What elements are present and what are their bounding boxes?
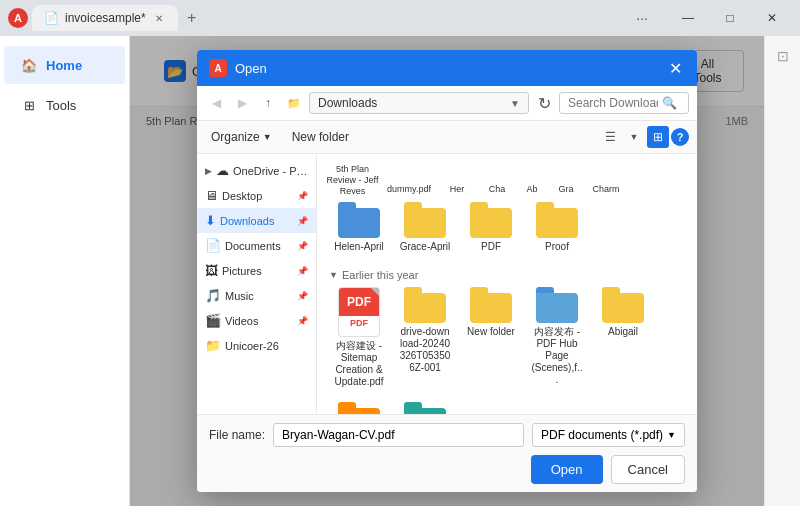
tree-item-onedrive[interactable]: ▶ ☁ OneDrive - Perso [197, 158, 316, 183]
help-button[interactable]: ? [671, 128, 689, 146]
new-tab-button[interactable]: + [180, 6, 204, 30]
search-bar[interactable]: 🔍 [559, 92, 689, 114]
filetype-select[interactable]: PDF documents (*.pdf) ▼ [532, 423, 685, 447]
browser-chrome: A 📄 invoicesample* ✕ + ··· — □ ✕ [0, 0, 800, 36]
file-neirong-label: 内容建设 - Sitemap Creation & Update.pdf [333, 340, 385, 388]
grid-view-button[interactable]: ⊞ [647, 126, 669, 148]
browser-menu-button[interactable]: ··· [628, 10, 656, 26]
maximize-button[interactable]: □ [710, 4, 750, 32]
onedrive-expand-icon: ▶ [205, 166, 212, 176]
tools-icon: ⊞ [20, 96, 38, 114]
dialog-cancel-button[interactable]: Cancel [611, 455, 685, 484]
section-label-text: Earlier this year [342, 269, 418, 281]
dialog-body: ▶ ☁ OneDrive - Perso 🖥 Desktop 📌 ⬇ Downl… [197, 154, 697, 414]
folder-neirong-fabu[interactable]: 内容发布 - PDF Hub Page (Scenes),f... [527, 283, 587, 392]
tree-item-videos[interactable]: 🎬 Videos 📌 [197, 308, 316, 333]
partial-item-4: Cha [480, 184, 514, 194]
back-button[interactable]: ◀ [205, 92, 227, 114]
desktop-icon: 🖥 [205, 188, 218, 203]
view-dropdown-button[interactable]: ▼ [623, 126, 645, 148]
music-icon: 🎵 [205, 288, 221, 303]
new-folder-button[interactable]: New folder [286, 127, 355, 147]
dialog-toolbar: Organize ▼ New folder ☰ ▼ ⊞ ? [197, 121, 697, 154]
partial-item-7: Charm [586, 184, 626, 194]
folder-new-folder[interactable]: New folder [461, 283, 521, 392]
tab-label: invoicesample* [65, 11, 146, 25]
up-button[interactable]: ↑ [257, 92, 279, 114]
videos-icon: 🎬 [205, 313, 221, 328]
sidebar-item-tools[interactable]: ⊞ Tools [4, 86, 125, 124]
videos-pin-icon: 📌 [297, 316, 308, 326]
pictures-pin-icon: 📌 [297, 266, 308, 276]
dialog-bottom: File name: PDF documents (*.pdf) ▼ Open … [197, 414, 697, 492]
section-collapse-icon[interactable]: ▼ [329, 270, 338, 280]
minimize-button[interactable]: — [668, 4, 708, 32]
music-label: Music [225, 290, 254, 302]
folder-proof[interactable]: Proof [527, 198, 587, 257]
dialog-open-button[interactable]: Open [531, 455, 603, 484]
app-body: 🏠 Home ⊞ Tools 📂 Open + Create ✏ Edit � [0, 36, 800, 506]
close-button[interactable]: ✕ [752, 4, 792, 32]
list-view-button[interactable]: ☰ [599, 126, 621, 148]
tree-item-documents[interactable]: 📄 Documents 📌 [197, 233, 316, 258]
folder-grace[interactable]: GRACE [329, 398, 389, 414]
home-icon: 🏠 [20, 56, 38, 74]
folder-skype[interactable]: Skype [395, 398, 455, 414]
sidebar-item-home[interactable]: 🏠 Home [4, 46, 125, 84]
refresh-button[interactable]: ↻ [533, 92, 555, 114]
action-buttons-row: Open Cancel [209, 455, 685, 484]
desktop-label: Desktop [222, 190, 262, 202]
filetype-text: PDF documents (*.pdf) [541, 428, 663, 442]
main-content: 📂 Open + Create ✏ Edit 🔄 Convert PDF ⊞ C… [130, 36, 764, 506]
unicorer-icon: 📁 [205, 338, 221, 353]
folder-helen-april-label: Helen-April [334, 241, 383, 253]
file-neirong-pdf[interactable]: PDF PDF 内容建设 - Sitemap Creation & Update… [329, 283, 389, 392]
tree-item-downloads[interactable]: ⬇ Downloads 📌 [197, 208, 316, 233]
active-tab[interactable]: 📄 invoicesample* ✕ [32, 5, 178, 31]
folder-pdf-label: PDF [481, 241, 501, 253]
folder-row-1: Helen-April Grace-April [325, 198, 689, 257]
address-bar[interactable]: Downloads ▼ [309, 92, 529, 114]
folder-helen-april[interactable]: Helen-April [329, 198, 389, 257]
folder-proof-label: Proof [545, 241, 569, 253]
new-folder-label: New folder [292, 130, 349, 144]
panel-icon-1[interactable]: ⊡ [771, 44, 795, 68]
tab-bar: 📄 invoicesample* ✕ + [32, 5, 624, 31]
address-bar-row: ◀ ▶ ↑ 📁 Downloads ▼ ↻ 🔍 [197, 86, 697, 121]
sidebar: 🏠 Home ⊞ Tools [0, 36, 130, 506]
tab-close-button[interactable]: ✕ [152, 11, 166, 25]
dialog-title: Open [235, 61, 657, 76]
tree-item-music[interactable]: 🎵 Music 📌 [197, 283, 316, 308]
filename-row: File name: PDF documents (*.pdf) ▼ [209, 423, 685, 447]
filetype-dropdown-icon: ▼ [667, 430, 676, 440]
dialog-close-button[interactable]: ✕ [665, 58, 685, 78]
folder-drive-download-label: drive-down load-20240 326T05350 6Z-001 [399, 326, 451, 374]
tree-item-pictures[interactable]: 🖼 Pictures 📌 [197, 258, 316, 283]
documents-label: Documents [225, 240, 281, 252]
folder-grace-april-label: Grace-April [400, 241, 451, 253]
folder-pdf[interactable]: PDF [461, 198, 521, 257]
address-dropdown-icon[interactable]: ▼ [510, 98, 520, 109]
organize-label: Organize [211, 130, 260, 144]
sidebar-tools-label: Tools [46, 98, 76, 113]
folder-grace-april[interactable]: Grace-April [395, 198, 455, 257]
tree-item-unicorer[interactable]: 📁 Unicoer-26 [197, 333, 316, 358]
tree-item-desktop[interactable]: 🖥 Desktop 📌 [197, 183, 316, 208]
folder-drive-download[interactable]: drive-down load-20240 326T05350 6Z-001 [395, 283, 455, 392]
documents-icon: 📄 [205, 238, 221, 253]
downloads-icon: ⬇ [205, 213, 216, 228]
forward-button[interactable]: ▶ [231, 92, 253, 114]
organize-button[interactable]: Organize ▼ [205, 127, 278, 147]
documents-pin-icon: 📌 [297, 241, 308, 251]
pictures-label: Pictures [222, 265, 262, 277]
sidebar-home-label: Home [46, 58, 82, 73]
partial-item-6: Gra [550, 184, 582, 194]
search-input[interactable] [568, 96, 658, 110]
dialog-overlay: A Open ✕ ◀ ▶ ↑ 📁 Downloads ▼ ↻ [130, 36, 764, 506]
downloads-pin-icon: 📌 [297, 216, 308, 226]
window-controls: — □ ✕ [668, 4, 792, 32]
folder-abigail[interactable]: Abigail [593, 283, 653, 392]
desktop-pin-icon: 📌 [297, 191, 308, 201]
filename-input[interactable] [273, 423, 524, 447]
view-icons: ☰ ▼ ⊞ ? [599, 126, 689, 148]
